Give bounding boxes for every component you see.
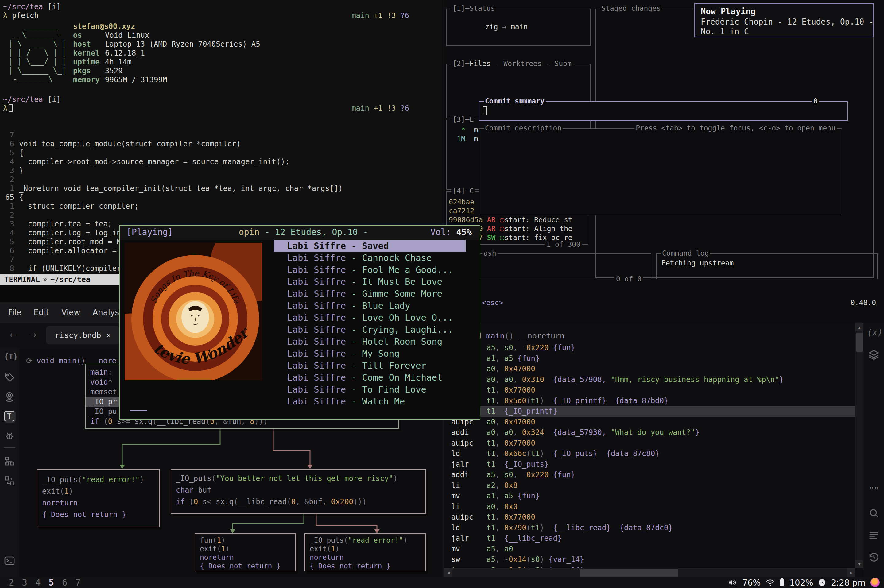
stash-count: 0 of 0: [614, 275, 643, 283]
playlist-item[interactable]: Labi Siffre - Crying, Laughi...: [274, 324, 466, 336]
notification-title: Now Playing: [701, 6, 756, 16]
workspace-number[interactable]: 4: [35, 577, 41, 588]
volume-level: 76%: [742, 578, 761, 587]
editor-line: 6void tea_compile_module(struct compiler…: [0, 140, 444, 148]
commit-description-popup[interactable]: Commit description Press <tab> to toggle…: [479, 128, 842, 215]
playlist-item[interactable]: Labi Siffre - Fool Me a Good...: [274, 264, 466, 276]
player-track-title: opin - 12 Etudes, Op.10 -: [239, 226, 368, 239]
disasm-row[interactable]: jalrt1 {__libc_read}: [444, 533, 855, 544]
commit-row[interactable]: 99086d5a AR ○start: Reduce st: [449, 215, 572, 224]
disasm-row[interactable]: a5, s0, -0x220 {fun}: [444, 342, 855, 353]
status-panel[interactable]: [1]─Status zig → main: [446, 9, 591, 46]
playlist-item[interactable]: Labi Siffre - To Find Love: [274, 384, 466, 396]
command-log-panel[interactable]: Command log Fetching upstream: [656, 254, 878, 279]
disasm-row[interactable]: a1, a5 {fun}: [444, 353, 855, 364]
scroll-right-icon[interactable]: ▶: [847, 568, 855, 577]
now-playing-notification[interactable]: Now Playing Frédéric Chopin - 12 Etudes,…: [694, 3, 874, 38]
strings-icon[interactable]: ””: [867, 486, 881, 498]
disasm-row[interactable]: ldt1, 0x66c(t1) {_IO_puts} {data_87c80}: [444, 448, 855, 459]
scroll-up-icon[interactable]: ▲: [855, 324, 863, 332]
variables-icon[interactable]: (x): [867, 327, 881, 340]
workspace-number[interactable]: 6: [62, 577, 67, 588]
back-arrow-icon[interactable]: ←: [10, 328, 16, 340]
terminal-cursor[interactable]: [9, 104, 13, 112]
disasm-row[interactable]: auipct1, 0x77000: [444, 512, 855, 523]
playlist-item[interactable]: Labi Siffre - Love Oh Love O...: [274, 312, 466, 324]
layers-icon[interactable]: [867, 349, 881, 361]
disassembly-view[interactable]: void main() __noreturn a5, s0, -0x220 {f…: [444, 323, 863, 577]
disasm-row[interactable]: swa5, -0x14(s0) {var_14}: [444, 554, 855, 565]
playlist-item[interactable]: Labi Siffre - Watch Me: [274, 396, 466, 408]
playlist-item[interactable]: Labi Siffre - Saved: [274, 240, 466, 252]
disasm-row[interactable]: t1 {_IO_printf}: [444, 406, 855, 417]
playlist-item[interactable]: Labi Siffre - Hotel Room Song: [274, 336, 466, 348]
branch-row[interactable]: * ma: [451, 126, 482, 135]
workspace-number[interactable]: 7: [75, 577, 80, 588]
summary-char-count: 0: [812, 97, 819, 105]
clock-icon[interactable]: [818, 579, 826, 586]
editor-line: 2: [0, 175, 444, 184]
disasm-row[interactable]: lia0, 0x0: [444, 501, 855, 512]
seek-indicator[interactable]: [129, 410, 147, 411]
vertical-scroll-thumb[interactable]: [856, 333, 863, 352]
playlist-item[interactable]: Labi Siffre - My Song: [274, 348, 466, 360]
fetch-row: hostLaptop 13 (AMD Ryzen 7040Series) A5: [73, 40, 260, 49]
disasm-row[interactable]: addia5, s0, -0x220 {fun}: [444, 470, 855, 480]
workspace-number[interactable]: 2: [9, 577, 14, 588]
disasm-row[interactable]: lia2, 0x8: [444, 480, 855, 491]
playlist-item[interactable]: Labi Siffre - Blue Lady: [274, 300, 466, 312]
disasm-row[interactable]: auipct1, 0x77000: [444, 438, 855, 448]
scroll-left-icon[interactable]: ◀: [444, 568, 452, 577]
playlist-item[interactable]: Labi Siffre - Come On Michael: [274, 372, 466, 384]
volume-icon[interactable]: [728, 579, 737, 586]
forward-arrow-icon[interactable]: →: [30, 328, 36, 340]
menu-item[interactable]: File: [8, 308, 21, 317]
disasm-row[interactable]: a0, a0, 0x310 {data_57908, "Hmm, riscy b…: [444, 374, 855, 385]
graph-block-riscy[interactable]: _IO_puts("You better not let this get mo…: [171, 469, 426, 514]
playlist-item[interactable]: Labi Siffre - Cannock Chase: [274, 252, 466, 264]
disasm-row[interactable]: addia0, a0, 0x324 {data_57930, "What do …: [444, 427, 855, 438]
commits-count: 1 of 300: [545, 240, 582, 248]
history-icon[interactable]: [867, 552, 881, 564]
disasm-row[interactable]: mva1, a5 {fun}: [444, 491, 855, 501]
menu-item[interactable]: View: [62, 308, 80, 317]
branch-status: zig → main: [451, 15, 528, 39]
graph-block-fun[interactable]: fun(1)exit(1)noreturn{ Does not return }: [195, 533, 296, 572]
refresh-icon[interactable]: ⟳: [26, 357, 32, 365]
statusbar-app: TERMINAL: [4, 275, 40, 284]
tab-close-icon[interactable]: ✕: [107, 331, 111, 339]
workspace-number[interactable]: 3: [22, 577, 27, 588]
menu-item[interactable]: Edit: [34, 308, 49, 317]
prompt-path: ~/src/tea: [3, 3, 43, 11]
battery-icon[interactable]: [780, 578, 785, 587]
commit-summary-popup[interactable]: Commit summary 0: [479, 101, 848, 121]
music-player-window[interactable]: [Playing] opin - 12 Etudes, Op.10 - Vol:…: [119, 225, 480, 420]
search-icon[interactable]: [867, 507, 881, 520]
workspace-number[interactable]: 5: [48, 577, 54, 588]
scroll-down-icon[interactable]: ▼: [855, 560, 863, 568]
playlist-item[interactable]: Labi Siffre - It Must Be Love: [274, 276, 466, 288]
horizontal-scroll-thumb[interactable]: [579, 569, 678, 577]
disasm-row[interactable]: auipca0, 0x47000: [444, 417, 855, 428]
horizontal-scrollbar[interactable]: ◀ ▶: [444, 568, 855, 577]
fetch-row: memory9965M / 31399M: [73, 75, 260, 84]
graph-block-read-error-left[interactable]: _IO_puts("read error!")exit(1)noreturn{ …: [37, 469, 160, 527]
desktop: ~/src/tea [i] λ pfetch main +1 !3 ?6 ___…: [0, 0, 884, 588]
branch-row[interactable]: 1M ma: [451, 135, 482, 144]
playlist-item[interactable]: Labi Siffre - Gimme Some More: [274, 288, 466, 300]
playlist-item[interactable]: Labi Siffre - Till Forever: [274, 360, 466, 372]
disasm-row[interactable]: a0, 0x47000: [444, 364, 855, 374]
tab-riscy-bndb[interactable]: riscy.bndb ✕: [46, 326, 120, 344]
disasm-row[interactable]: t1, 0x77000: [444, 385, 855, 396]
fetch-row: osVoid Linux: [73, 31, 260, 40]
vertical-scrollbar[interactable]: ▲ ▼: [855, 324, 863, 568]
distro-tray-icon[interactable]: [870, 578, 880, 587]
graph-block-read-error-right[interactable]: _IO_puts("read error!")exit(1)noreturn{ …: [305, 533, 426, 572]
log-lines-icon[interactable]: [867, 530, 881, 542]
wifi-icon[interactable]: [765, 579, 775, 586]
disasm-row[interactable]: t1, 0x5d0(t1) {_IO_printf} {data_87bd0}: [444, 396, 855, 406]
disasm-row[interactable]: jalrt1 {_IO_puts}: [444, 459, 855, 470]
disasm-row[interactable]: mva5, a0: [444, 544, 855, 555]
escape-hint: <esc>: [482, 298, 503, 307]
disasm-row[interactable]: ldt1, 0x790(t1) {__libc_read} {data_87dc…: [444, 523, 855, 533]
